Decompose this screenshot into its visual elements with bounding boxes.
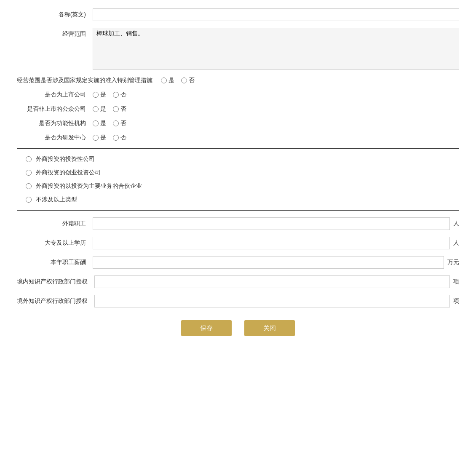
form-container: 各称(英文) 经营范围 棒球加工、销售。 经营范围是否涉及国家规定实施的准入特别… — [17, 8, 459, 336]
functional-org-no[interactable]: 否 — [113, 120, 126, 127]
listed-company-no[interactable]: 否 — [113, 91, 126, 99]
foreign-ip-unit: 项 — [453, 297, 459, 305]
functional-org-no-radio[interactable] — [113, 120, 119, 126]
investment-type-row-0: 外商投资的投资性公司 — [26, 155, 450, 163]
unlisted-public-no-label: 否 — [120, 105, 126, 113]
functional-org-no-label: 否 — [120, 120, 126, 127]
unlisted-public-yes[interactable]: 是 — [93, 105, 106, 113]
special-mgmt-yes[interactable]: 是 — [161, 77, 174, 84]
investment-type-box: 外商投资的投资性公司 外商投资的创业投资公司 外商投资的以投资为主要业务的合伙企… — [17, 148, 459, 211]
investment-type-label-2: 外商投资的以投资为主要业务的合伙企业 — [36, 182, 142, 190]
special-mgmt-no-radio[interactable] — [181, 78, 187, 83]
business-scope-label: 经营范围 — [17, 28, 93, 38]
business-scope-row: 经营范围 棒球加工、销售。 — [17, 28, 459, 70]
name-en-input[interactable] — [93, 8, 459, 21]
name-en-row: 各称(英文) — [17, 8, 459, 21]
unlisted-public-no[interactable]: 否 — [113, 105, 126, 113]
annual-salary-unit: 万元 — [447, 259, 459, 266]
functional-org-radio-group: 是 否 — [93, 120, 126, 127]
college-above-label: 大专及以上学历 — [17, 239, 93, 247]
listed-company-label: 是否为上市公司 — [17, 91, 93, 99]
listed-company-radio-group: 是 否 — [93, 91, 126, 99]
rd-center-yes-radio[interactable] — [93, 135, 99, 141]
functional-org-row: 是否为功能性机构 是 否 — [17, 120, 459, 127]
college-above-unit: 人 — [453, 239, 459, 247]
listed-company-yes[interactable]: 是 — [93, 91, 106, 99]
domestic-ip-label: 境内知识产权行政部门授权 — [17, 278, 94, 286]
unlisted-public-label: 是否非上市的公众公司 — [17, 105, 93, 113]
investment-type-radio-0[interactable] — [26, 156, 32, 162]
special-mgmt-label: 经营范围是否涉及国家规定实施的准入特别管理措施 — [17, 77, 161, 84]
save-button[interactable]: 保存 — [181, 320, 232, 336]
listed-company-no-radio[interactable] — [113, 92, 119, 98]
annual-salary-row: 本年职工薪酬 万元 — [17, 256, 459, 269]
investment-type-radio-3[interactable] — [26, 197, 32, 203]
unlisted-public-yes-label: 是 — [100, 105, 106, 113]
listed-company-row: 是否为上市公司 是 否 — [17, 91, 459, 99]
unlisted-public-no-radio[interactable] — [113, 106, 119, 112]
foreign-staff-input[interactable] — [93, 217, 450, 230]
business-scope-textarea[interactable]: 棒球加工、销售。 — [93, 28, 459, 70]
foreign-ip-label: 境外知识产权行政部门授权 — [17, 297, 94, 305]
college-above-input[interactable] — [93, 237, 450, 249]
foreign-ip-row: 境外知识产权行政部门授权 项 — [17, 295, 459, 307]
name-en-label: 各称(英文) — [17, 11, 93, 19]
investment-type-row-2: 外商投资的以投资为主要业务的合伙企业 — [26, 182, 450, 190]
button-row: 保存 关闭 — [17, 320, 459, 336]
special-mgmt-yes-radio[interactable] — [161, 78, 167, 83]
listed-company-no-label: 否 — [120, 91, 126, 99]
rd-center-label: 是否为研发中心 — [17, 134, 93, 142]
investment-type-row-1: 外商投资的创业投资公司 — [26, 169, 450, 176]
domestic-ip-input[interactable] — [94, 275, 450, 288]
listed-company-yes-label: 是 — [100, 91, 106, 99]
foreign-staff-row: 外籍职工 人 — [17, 217, 459, 230]
functional-org-yes-label: 是 — [100, 120, 106, 127]
investment-type-radio-1[interactable] — [26, 170, 32, 176]
investment-type-label-1: 外商投资的创业投资公司 — [36, 169, 101, 176]
annual-salary-label: 本年职工薪酬 — [17, 259, 93, 266]
foreign-staff-label: 外籍职工 — [17, 220, 93, 227]
annual-salary-input[interactable] — [93, 256, 444, 269]
rd-center-no[interactable]: 否 — [113, 134, 126, 142]
domestic-ip-unit: 项 — [453, 278, 459, 286]
special-mgmt-yes-label: 是 — [168, 77, 174, 84]
foreign-ip-input[interactable] — [94, 295, 450, 307]
rd-center-yes-label: 是 — [100, 134, 106, 142]
special-mgmt-row: 经营范围是否涉及国家规定实施的准入特别管理措施 是 否 — [17, 77, 459, 84]
special-mgmt-radio-group: 是 否 — [161, 77, 195, 84]
rd-center-no-radio[interactable] — [113, 135, 119, 141]
college-above-row: 大专及以上学历 人 — [17, 237, 459, 249]
functional-org-yes[interactable]: 是 — [93, 120, 106, 127]
rd-center-yes[interactable]: 是 — [93, 134, 106, 142]
special-mgmt-no[interactable]: 否 — [181, 77, 195, 84]
investment-type-radio-2[interactable] — [26, 183, 32, 189]
investment-type-label-3: 不涉及以上类型 — [36, 196, 77, 203]
investment-type-label-0: 外商投资的投资性公司 — [36, 155, 95, 163]
listed-company-yes-radio[interactable] — [93, 92, 99, 98]
rd-center-row: 是否为研发中心 是 否 — [17, 134, 459, 142]
functional-org-label: 是否为功能性机构 — [17, 120, 93, 127]
rd-center-no-label: 否 — [120, 134, 126, 142]
unlisted-public-radio-group: 是 否 — [93, 105, 126, 113]
special-mgmt-no-label: 否 — [189, 77, 195, 84]
domestic-ip-row: 境内知识产权行政部门授权 项 — [17, 275, 459, 288]
close-button[interactable]: 关闭 — [244, 320, 295, 336]
unlisted-public-yes-radio[interactable] — [93, 106, 99, 112]
foreign-staff-unit: 人 — [453, 220, 459, 227]
functional-org-yes-radio[interactable] — [93, 120, 99, 126]
investment-type-row-3: 不涉及以上类型 — [26, 196, 450, 203]
rd-center-radio-group: 是 否 — [93, 134, 126, 142]
unlisted-public-row: 是否非上市的公众公司 是 否 — [17, 105, 459, 113]
